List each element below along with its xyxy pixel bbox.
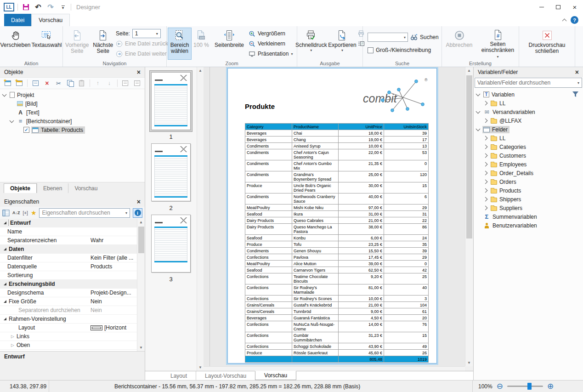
tree-item[interactable]: ✓Tabelle: Products bbox=[0, 125, 145, 134]
vergroessern-button[interactable]: Vergrößern bbox=[248, 29, 296, 38]
edit-contents-button[interactable] bbox=[122, 80, 129, 87]
tree-item[interactable]: TVariablen bbox=[474, 90, 583, 99]
close-panel-icon[interactable]: × bbox=[137, 68, 141, 76]
tab-layout[interactable]: Layout bbox=[162, 371, 196, 380]
properties-search-combobox[interactable]: ▾ bbox=[39, 208, 130, 218]
tree-item[interactable]: ≡[Berichtscontainer] bbox=[0, 117, 145, 125]
page-thumbnail[interactable] bbox=[149, 213, 192, 274]
variables-search-combobox[interactable]: ▾ bbox=[475, 78, 582, 88]
undo-button[interactable]: ↶ bbox=[34, 2, 43, 12]
collapse-icon[interactable] bbox=[2, 92, 7, 97]
tree-item[interactable]: Customers bbox=[474, 151, 583, 160]
property-value[interactable]: Nein bbox=[91, 307, 136, 313]
move-up-button[interactable]: ↑ bbox=[94, 80, 102, 87]
seiten-einschraenken-button[interactable]: # Seiten einschränken ▾ bbox=[480, 28, 516, 60]
checkbox[interactable]: ✓ bbox=[23, 127, 29, 133]
property-row[interactable]: DesignschemaProjekt-Design... bbox=[0, 289, 145, 297]
expanded-icon[interactable] bbox=[4, 318, 6, 320]
exportieren-button[interactable]: Exportieren ▾ bbox=[328, 28, 357, 60]
close-button[interactable]: × bbox=[566, 0, 583, 14]
tree-item[interactable]: LL bbox=[474, 99, 583, 108]
report-page[interactable]: Produkte combit bbox=[227, 68, 437, 364]
save-button[interactable] bbox=[21, 2, 30, 12]
scroll-down-icon[interactable]: ▼ bbox=[197, 364, 204, 371]
tree-item[interactable]: @LLFAX bbox=[474, 116, 583, 125]
collapsed-icon[interactable]: ▷ bbox=[11, 334, 14, 339]
property-row[interactable]: Name bbox=[0, 227, 145, 236]
property-value[interactable]: Nein bbox=[91, 298, 136, 305]
collapsed-icon[interactable]: ▷ bbox=[11, 343, 14, 347]
tab-vorschau[interactable]: Vorschau bbox=[31, 14, 70, 26]
search-term-combobox[interactable]: ▾ bbox=[368, 33, 408, 42]
tree-item[interactable]: A[Text] bbox=[0, 108, 145, 117]
more-options-button[interactable] bbox=[133, 80, 141, 87]
property-value[interactable]: Projekt-Design... bbox=[91, 290, 136, 296]
help-icon[interactable]: ? bbox=[571, 16, 578, 24]
property-row[interactable]: Entwurf bbox=[0, 219, 145, 227]
property-row[interactable]: Fixe GrößeNein bbox=[0, 297, 145, 306]
variables-search-input[interactable] bbox=[477, 80, 577, 86]
zoom-slider[interactable] bbox=[507, 386, 543, 387]
property-row[interactable]: SeparatorenzeichenWahr bbox=[0, 236, 145, 245]
tree-item[interactable]: LL bbox=[474, 134, 583, 142]
quick-access-dropdown[interactable]: ▾ bbox=[58, 2, 68, 12]
zoom-100-button[interactable]: 100 100 % bbox=[192, 28, 210, 60]
property-row[interactable]: DatenquelleProducts bbox=[0, 262, 145, 271]
abbrechen-button[interactable]: Abbrechen bbox=[445, 28, 474, 60]
scrollbar-thumb[interactable] bbox=[466, 75, 472, 239]
info-button[interactable]: i bbox=[133, 208, 142, 218]
scrollbar-thumb[interactable] bbox=[138, 227, 144, 253]
zoom-in-button[interactable]: ⊕ bbox=[547, 382, 554, 390]
naechste-seite-button[interactable]: Nächste Seite bbox=[91, 28, 115, 60]
expand-icon[interactable] bbox=[483, 197, 488, 202]
suchen-button[interactable]: Suchen bbox=[420, 34, 439, 40]
verschieben-button[interactable]: Verschieben bbox=[0, 28, 31, 60]
favorites-button[interactable]: ★ bbox=[31, 209, 37, 217]
property-row[interactable]: Sortierung bbox=[0, 271, 145, 280]
case-sensitive-checkbox[interactable] bbox=[368, 47, 374, 53]
property-row[interactable]: DatenfilterKein Filter (alle ... bbox=[0, 254, 145, 262]
tab-vorschau-view[interactable]: Vorschau bbox=[255, 371, 296, 380]
property-row[interactable]: Erscheinungsbild bbox=[0, 280, 145, 289]
property-value[interactable]: Wahr bbox=[91, 237, 136, 244]
thumbnails-scrollbar[interactable]: ▲ ▼ bbox=[197, 67, 204, 371]
tree-item[interactable]: Suppliers bbox=[474, 204, 583, 212]
expanded-icon[interactable] bbox=[4, 222, 6, 224]
scroll-up-icon[interactable]: ▲ bbox=[465, 67, 473, 74]
tab-ebenen[interactable]: Ebenen bbox=[37, 183, 68, 193]
file-back-button[interactable]: Eine Datei zurück bbox=[116, 39, 165, 48]
vorherige-seite-button[interactable]: Vorherige Seite bbox=[64, 28, 90, 60]
tree-item[interactable]: Felder bbox=[474, 125, 583, 134]
property-row[interactable]: Separatoren durchziehenNein bbox=[0, 306, 145, 315]
tree-item[interactable]: Products bbox=[474, 186, 583, 195]
tree-item[interactable]: Categories bbox=[474, 142, 583, 151]
sort-az-button[interactable]: A↓Z bbox=[12, 209, 20, 217]
page-thumbnail[interactable] bbox=[149, 142, 192, 203]
praesentation-button[interactable]: Präsentation ▾ bbox=[248, 49, 296, 58]
property-row[interactable]: ▷Links bbox=[0, 332, 145, 341]
collapse-icon[interactable] bbox=[476, 126, 481, 131]
textauswahl-button[interactable]: Textauswahl bbox=[31, 28, 62, 60]
expand-icon[interactable] bbox=[483, 101, 488, 106]
move-down-button[interactable]: ↓ bbox=[106, 80, 113, 87]
expand-icon[interactable] bbox=[483, 136, 488, 141]
schnelldruck-button[interactable]: Schnelldruck ▾ bbox=[295, 28, 327, 60]
tab-vorschau-panel[interactable]: Vorschau bbox=[68, 183, 103, 193]
tree-item[interactable]: Order_Details bbox=[474, 169, 583, 177]
properties-search-input[interactable] bbox=[42, 210, 125, 216]
expanded-icon[interactable] bbox=[4, 283, 6, 285]
property-value[interactable]: Kein Filter (alle ... bbox=[91, 255, 136, 261]
expanded-icon[interactable] bbox=[4, 300, 6, 303]
zoom-slider-thumb[interactable] bbox=[527, 383, 532, 390]
properties-scrollbar[interactable]: ▲ ▼ bbox=[137, 219, 145, 351]
expanded-icon[interactable] bbox=[4, 248, 6, 250]
tab-datei[interactable]: Datei bbox=[4, 14, 31, 26]
scroll-up-icon[interactable]: ▲ bbox=[197, 67, 204, 74]
preview-scrollbar-vertical[interactable]: ▲ ▼ bbox=[465, 67, 473, 366]
collapse-icon[interactable] bbox=[476, 91, 481, 96]
insert-table-button[interactable]: ★ bbox=[4, 80, 11, 87]
seitenbreite-button[interactable]: Seitenbreite bbox=[211, 28, 248, 60]
search-input[interactable] bbox=[374, 34, 404, 41]
property-value[interactable]: [Horizont bbox=[91, 324, 136, 331]
tree-item[interactable]: Projekt bbox=[0, 91, 145, 99]
